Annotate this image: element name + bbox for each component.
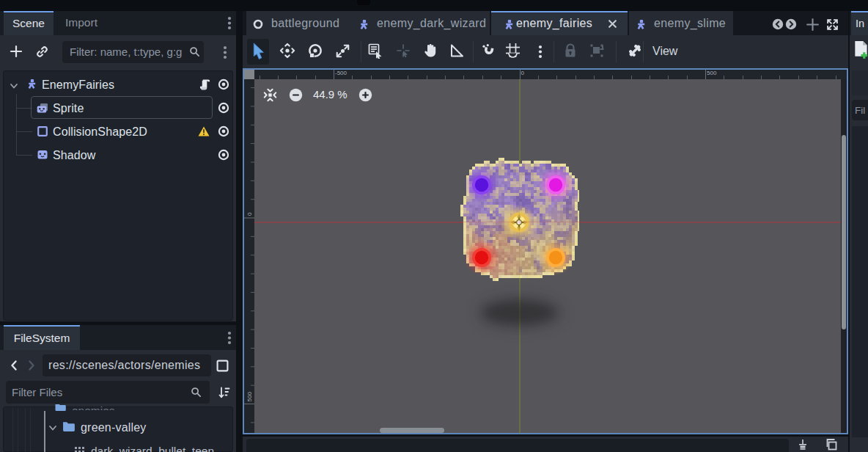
svg-text:0: 0 bbox=[246, 212, 253, 216]
svg-text:500: 500 bbox=[246, 392, 253, 402]
